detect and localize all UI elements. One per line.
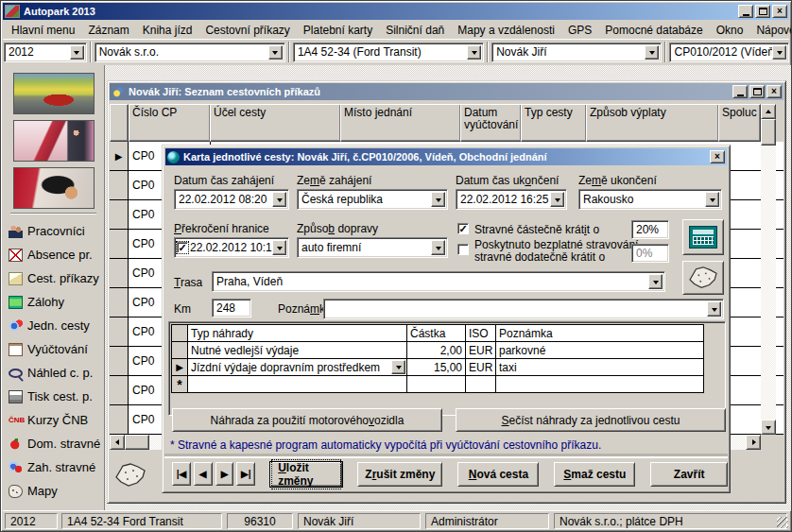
close-dialog-button[interactable]: Zavřít [650, 462, 728, 487]
menu-item-mapy-a-vzdalenosti[interactable]: Mapy a vzdálenosti [451, 22, 561, 39]
menu-item-platebni-karty[interactable]: Platební karty [297, 22, 379, 39]
minimize-icon[interactable] [732, 85, 748, 98]
row-selector[interactable]: ▶ [110, 142, 129, 170]
start-country-combo[interactable]: Česká republika [297, 189, 448, 210]
close-icon[interactable]: × [766, 85, 782, 98]
dropdown-arrow-icon[interactable] [705, 192, 719, 207]
new-trip-button[interactable]: Nová cesta [457, 462, 539, 487]
sidebar-item-tisk[interactable]: Tisk cest. p. [9, 385, 102, 408]
nav-last-icon[interactable]: ▶| [236, 462, 255, 486]
close-icon[interactable]: × [772, 5, 787, 18]
dropdown-arrow-icon[interactable] [707, 301, 721, 317]
vertical-scrollbar[interactable] [761, 104, 776, 435]
dropdown-arrow-icon[interactable] [272, 240, 286, 255]
scroll-up-icon[interactable] [761, 104, 776, 119]
refund-type-cell[interactable] [188, 375, 407, 393]
km-field[interactable]: 248 [212, 299, 251, 317]
sidebar-item-absence[interactable]: Absence pr. [9, 243, 102, 266]
grid-row-selector[interactable]: ▶ [171, 358, 188, 376]
refund-type-cell[interactable]: Nutné vedlejší výdaje [188, 341, 407, 359]
row-selector[interactable] [110, 376, 129, 404]
vertical-scroll-thumb[interactable] [761, 119, 776, 146]
note-combo[interactable] [323, 299, 724, 319]
close-icon[interactable]: × [710, 150, 725, 163]
nav-next-icon[interactable]: ▶ [215, 462, 234, 486]
delete-trip-button[interactable]: Smaž cestu [554, 462, 635, 487]
refund-amount-cell[interactable]: 2,00 [407, 341, 466, 359]
menu-item-okno[interactable]: Okno [710, 22, 750, 39]
row-selector[interactable] [110, 259, 129, 287]
column-header-spolucestujici[interactable]: Spoluc [718, 104, 761, 142]
cancel-changes-button[interactable]: Zrušit změny [357, 462, 442, 487]
grid-row-selector[interactable] [171, 341, 188, 359]
transport-combo[interactable]: auto firemní [297, 237, 448, 258]
maximize-icon[interactable] [755, 5, 770, 18]
dropdown-arrow-icon[interactable] [772, 45, 786, 60]
dropdown-arrow-icon[interactable] [645, 45, 659, 60]
column-header-typ-cesty[interactable]: Typ cesty [521, 104, 587, 142]
nav-first-icon[interactable]: |◀ [172, 462, 191, 486]
order-combo[interactable]: CP010/2012 (Vídeň) [669, 43, 789, 62]
menu-item-silnicni-dan[interactable]: Silniční daň [379, 22, 451, 39]
row-selector[interactable] [110, 347, 129, 375]
dropdown-arrow-icon[interactable] [467, 45, 481, 60]
dropdown-arrow-icon[interactable] [648, 274, 663, 289]
sidebar-item-cest-prikazy[interactable]: Cest. příkazy [9, 266, 102, 290]
refund-amount-cell[interactable] [407, 375, 466, 393]
dropdown-arrow-icon[interactable] [391, 360, 405, 374]
column-header-cislo-cp[interactable]: Číslo CP [129, 104, 211, 142]
meal-reduce-percent-field[interactable]: 20% [631, 220, 669, 239]
start-datetime-field[interactable]: 22.02.2012 08:20 [174, 189, 289, 210]
row-selector[interactable] [110, 200, 129, 229]
menu-item-pomocne-databaze[interactable]: Pomocné databáze [598, 22, 709, 39]
refund-iso-cell[interactable]: EUR [466, 341, 496, 359]
row-selector[interactable] [110, 317, 129, 346]
border-cross-field[interactable]: ✓ 22.02.2012 10:15 [174, 237, 289, 258]
refund-note-cell[interactable] [496, 375, 704, 393]
refund-iso-cell[interactable]: EUR [466, 358, 496, 376]
scroll-down-icon[interactable] [761, 420, 776, 435]
row-selector[interactable] [110, 230, 129, 258]
sidebar-item-vyuctovani[interactable]: Vyúčtování [9, 337, 102, 361]
sidebar-item-nahled[interactable]: Náhled c. p. [9, 361, 102, 385]
scroll-right-icon[interactable] [746, 435, 761, 450]
sidebar-item-kurzy-cnb[interactable]: ČNB Kurzy ČNB [9, 408, 102, 432]
meal-free-percent-field[interactable]: 0% [631, 244, 669, 263]
refund-note-cell[interactable]: taxi [496, 358, 704, 376]
dropdown-arrow-icon[interactable] [550, 192, 564, 207]
dropdown-arrow-icon[interactable] [268, 45, 283, 60]
end-datetime-field[interactable]: 22.02.2012 16:25 [456, 189, 567, 210]
menu-item-gps[interactable]: GPS [561, 22, 598, 39]
refund-type-cell-combo[interactable]: Jízdní výdaje dopravním prostředkem [188, 358, 407, 376]
maximize-icon[interactable] [749, 85, 765, 98]
end-country-combo[interactable]: Rakousko [578, 189, 722, 210]
sidebar-item-jedn-cesty[interactable]: Jedn. cesty [9, 314, 102, 337]
menu-item-napoveda[interactable]: Nápověda [749, 22, 792, 39]
vehicle-refund-button[interactable]: Náhrada za použití motorového vozidla [172, 408, 442, 432]
sum-refunds-button[interactable]: Sečíst náhrady za jednotlivou cestu [456, 408, 726, 432]
route-combo[interactable]: Praha, Vídeň [212, 271, 665, 292]
route-map-button[interactable] [682, 261, 724, 295]
border-cross-checkbox[interactable]: ✓ [177, 242, 188, 253]
scroll-left-icon[interactable] [110, 435, 125, 450]
menu-item-zaznam[interactable]: Záznam [81, 22, 135, 39]
refund-iso-cell[interactable] [466, 375, 496, 393]
dropdown-arrow-icon[interactable] [431, 240, 445, 255]
column-header-misto-jednani[interactable]: Místo jednání [340, 104, 461, 142]
dropdown-arrow-icon[interactable] [431, 192, 445, 207]
sidebar-item-dom-stravne[interactable]: Dom. stravné [9, 432, 102, 455]
company-combo[interactable]: Novák s.r.o. [95, 43, 285, 62]
vehicle-combo[interactable]: 1A4 52-34 (Ford Transit) [293, 43, 484, 62]
menu-item-cestovni-prikazy[interactable]: Cestovní příkazy [198, 22, 296, 39]
column-header-datum-vyuctovani[interactable]: Datum vyúčtování [460, 104, 522, 142]
column-header-zpusob-vyplaty[interactable]: Způsob výplaty [586, 104, 719, 142]
meal-free-checkbox[interactable] [457, 244, 469, 255]
row-selector[interactable] [110, 288, 129, 317]
driver-combo[interactable]: Novák Jiří [491, 43, 662, 62]
dropdown-arrow-icon[interactable] [70, 45, 84, 60]
row-selector[interactable] [110, 171, 129, 199]
calculator-button[interactable] [682, 219, 724, 255]
refund-amount-cell[interactable]: 15,00 [407, 358, 466, 376]
save-changes-button[interactable]: Uložit změny [270, 462, 342, 487]
new-row-icon[interactable]: * [171, 375, 188, 393]
